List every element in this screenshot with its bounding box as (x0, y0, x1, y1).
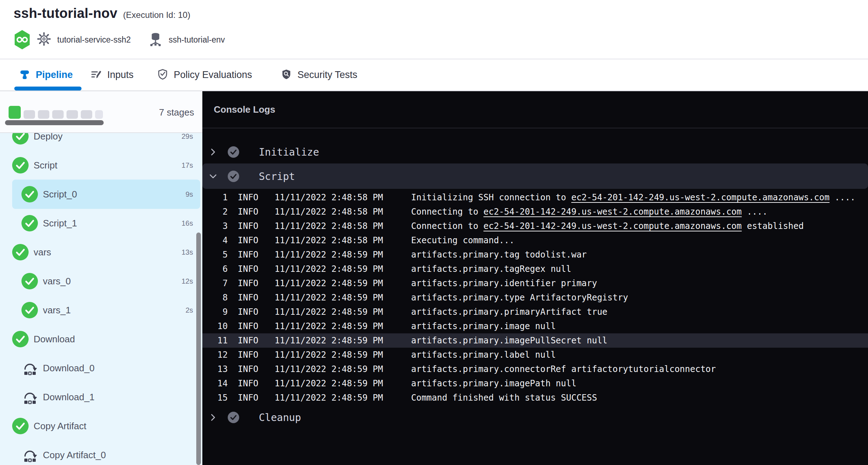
log-line-number: 8 (202, 290, 228, 305)
service-gear-icon (36, 31, 51, 48)
log-section-script[interactable]: Script (202, 163, 868, 189)
minimap-horizontal-scrollbar[interactable] (5, 120, 104, 125)
log-section-initialize[interactable]: Initialize (202, 145, 868, 159)
stage-label: Copy Artifact (34, 412, 86, 440)
tab-label: Pipeline (36, 69, 73, 80)
inputs-edit-icon (90, 68, 102, 82)
log-message: artifacts.primary.image null (411, 319, 556, 333)
stage-item-script-0[interactable]: Script_09s (0, 180, 202, 209)
log-line-number: 15 (202, 391, 228, 405)
log-host-link[interactable]: ec2-54-201-142-249.us-west-2.compute.ama… (483, 221, 741, 231)
minimap-stage-block[interactable] (81, 110, 92, 119)
tab-security-tests[interactable]: Security Tests (280, 59, 357, 90)
chevron-right-icon[interactable] (209, 148, 217, 156)
log-level: INFO (238, 248, 258, 262)
stage-label: Download_1 (43, 383, 95, 411)
log-timestamp: 11/11/2022 2:48:58 PM (275, 219, 383, 233)
stage-item-vars-1[interactable]: vars_12s (0, 296, 202, 324)
stage-item-vars[interactable]: vars13s (0, 238, 202, 266)
loop-strategy-icon (21, 447, 38, 463)
minimap-stage-block[interactable] (66, 110, 78, 119)
security-shield-search-icon (280, 68, 292, 82)
console-header-divider (202, 128, 868, 128)
tab-policy-evaluations[interactable]: Policy Evaluations (157, 59, 252, 90)
log-level: INFO (238, 262, 258, 276)
log-line-9: 9INFO11/11/2022 2:48:59 PMartifacts.prim… (202, 305, 868, 319)
stage-item-download-1[interactable]: Download_1 (0, 383, 202, 411)
minimap-stage-block[interactable] (52, 110, 64, 119)
tab-inputs[interactable]: Inputs (90, 59, 134, 90)
tab-label: Inputs (107, 69, 134, 80)
log-level: INFO (238, 362, 258, 376)
log-level: INFO (238, 205, 258, 219)
stage-label: Script (34, 151, 57, 180)
stage-item-deploy[interactable]: Deploy29s (0, 133, 202, 151)
log-line-number: 6 (202, 262, 228, 276)
stage-label: Script_0 (43, 180, 77, 209)
chevron-right-icon[interactable] (209, 413, 217, 422)
success-check-icon (12, 418, 29, 434)
section-title: Initialize (259, 146, 319, 158)
step-success-icon (228, 146, 239, 158)
stage-count-label: 7 stages (159, 107, 194, 118)
title-row: ssh-tutorial-nov (Execution Id: 10) (14, 6, 190, 21)
log-timestamp: 11/11/2022 2:48:59 PM (275, 305, 383, 319)
service-name[interactable]: tutorial-service-ssh2 (57, 35, 131, 45)
log-line-12: 12INFO11/11/2022 2:48:59 PMartifacts.pri… (202, 348, 868, 362)
stage-item-copy-artifact-0[interactable]: Copy Artifact_0 (0, 441, 202, 465)
log-line-14: 14INFO11/11/2022 2:48:59 PMartifacts.pri… (202, 376, 868, 391)
stage-item-script[interactable]: Script17s (0, 151, 202, 180)
stages-minimap-panel: 7 stages (0, 91, 202, 133)
success-check-icon (21, 186, 38, 202)
log-level: INFO (238, 305, 258, 319)
execution-id: (Execution Id: 10) (123, 10, 190, 20)
minimap-stage-block[interactable] (9, 106, 21, 119)
log-level: INFO (238, 219, 258, 233)
stage-item-download[interactable]: Download (0, 325, 202, 353)
minimap-stage-block[interactable] (38, 110, 49, 119)
step-success-icon (228, 412, 239, 423)
log-message: artifacts.primary.primaryArtifact true (411, 305, 607, 319)
environment-name[interactable]: ssh-tutorial-env (169, 35, 225, 45)
active-tab-underline (14, 87, 82, 90)
log-level: INFO (238, 391, 258, 405)
loop-strategy-icon (21, 360, 38, 376)
stage-label: Download (34, 325, 75, 353)
stage-label: Script_1 (43, 209, 77, 238)
log-level: INFO (238, 290, 258, 305)
stage-item-script-1[interactable]: Script_116s (0, 209, 202, 238)
log-line-number: 14 (202, 376, 228, 391)
log-host-link[interactable]: ec2-54-201-142-249.us-west-2.compute.ama… (483, 207, 741, 217)
cd-module-icon (14, 30, 31, 50)
stage-label: vars (34, 238, 51, 266)
log-line-3: 3INFO11/11/2022 2:48:58 PMConnection to … (202, 219, 868, 233)
log-line-number: 7 (202, 276, 228, 290)
stage-item-download-0[interactable]: Download_0 (0, 354, 202, 382)
log-line-number: 5 (202, 248, 228, 262)
log-line-number: 9 (202, 305, 228, 319)
log-line-number: 2 (202, 205, 228, 219)
tab-label: Policy Evaluations (174, 69, 252, 80)
log-message: artifacts.primary.label null (411, 348, 556, 362)
log-line-13: 13INFO11/11/2022 2:48:59 PMartifacts.pri… (202, 362, 868, 376)
success-check-icon (12, 244, 29, 260)
stage-duration: 17s (182, 151, 193, 180)
stage-duration: 9s (186, 180, 193, 209)
tab-pipeline[interactable]: Pipeline (19, 59, 73, 90)
log-message: Connection to ec2-54-201-142-249.us-west… (411, 219, 804, 233)
log-line-1: 1INFO11/11/2022 2:48:58 PMInitializing S… (202, 190, 868, 205)
minimap-stage-block[interactable] (24, 110, 35, 119)
chevron-down-icon[interactable] (209, 172, 217, 181)
stage-list-scrollbar[interactable] (196, 232, 201, 465)
log-level: INFO (238, 333, 258, 348)
stage-label: vars_0 (43, 267, 71, 295)
stage-item-copy-artifact[interactable]: Copy Artifact (0, 412, 202, 440)
stage-item-vars-0[interactable]: vars_012s (0, 267, 202, 295)
minimap-stage-block[interactable] (95, 110, 103, 119)
stage-label: vars_1 (43, 296, 71, 324)
log-section-cleanup[interactable]: Cleanup (202, 410, 868, 425)
log-timestamp: 11/11/2022 2:48:59 PM (275, 362, 383, 376)
log-level: INFO (238, 319, 258, 333)
log-host-link[interactable]: ec2-54-201-142-249.us-west-2.compute.ama… (571, 192, 829, 202)
stage-label: Deploy (34, 133, 63, 151)
